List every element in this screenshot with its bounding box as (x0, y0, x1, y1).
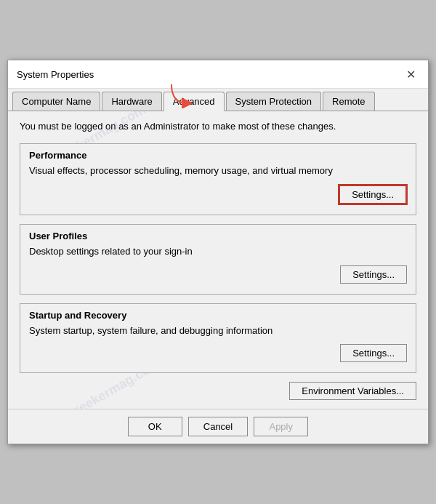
performance-section: Performance Visual effects, processor sc… (20, 143, 416, 215)
user-profiles-desc: Desktop settings related to your sign-in (29, 246, 407, 258)
ok-button[interactable]: OK (128, 417, 182, 436)
startup-recovery-settings-button[interactable]: Settings... (340, 344, 407, 362)
startup-recovery-desc: System startup, system failure, and debu… (29, 325, 407, 337)
arrow-annotation (150, 83, 193, 108)
performance-settings-button[interactable]: Settings... (339, 185, 407, 204)
main-content: geekermag.com geekermag.com geekermag.co… (8, 111, 428, 409)
startup-recovery-title: Startup and Recovery (29, 310, 407, 321)
bottom-bar: OK Cancel Apply (8, 409, 428, 444)
performance-title: Performance (29, 150, 407, 161)
title-bar: System Properties ✕ (8, 60, 428, 89)
tabs-row: Computer Name Hardware Advanced System P… (8, 89, 428, 111)
startup-recovery-btn-row: Settings... (29, 344, 407, 362)
env-variables-button[interactable]: Environment Variables... (289, 382, 416, 400)
performance-desc: Visual effects, processor scheduling, me… (29, 165, 407, 177)
cancel-button[interactable]: Cancel (188, 417, 248, 436)
apply-button[interactable]: Apply (254, 417, 308, 436)
user-profiles-title: User Profiles (29, 231, 407, 241)
tab-computer-name[interactable]: Computer Name (12, 92, 100, 111)
tab-remote[interactable]: Remote (323, 92, 375, 111)
env-variables-row: Environment Variables... (20, 382, 416, 400)
startup-recovery-section: Startup and Recovery System startup, sys… (20, 303, 416, 374)
system-properties-dialog: System Properties ✕ Computer Name Hardwa… (7, 60, 429, 445)
user-profiles-section: User Profiles Desktop settings related t… (20, 224, 416, 295)
user-profiles-settings-button[interactable]: Settings... (340, 265, 407, 284)
tab-system-protection[interactable]: System Protection (226, 92, 322, 111)
performance-btn-row: Settings... (29, 185, 407, 204)
dialog-title: System Properties (17, 69, 94, 80)
user-profiles-btn-row: Settings... (29, 265, 407, 284)
admin-notice: You must be logged on as an Administrato… (20, 120, 416, 133)
close-button[interactable]: ✕ (402, 66, 419, 84)
